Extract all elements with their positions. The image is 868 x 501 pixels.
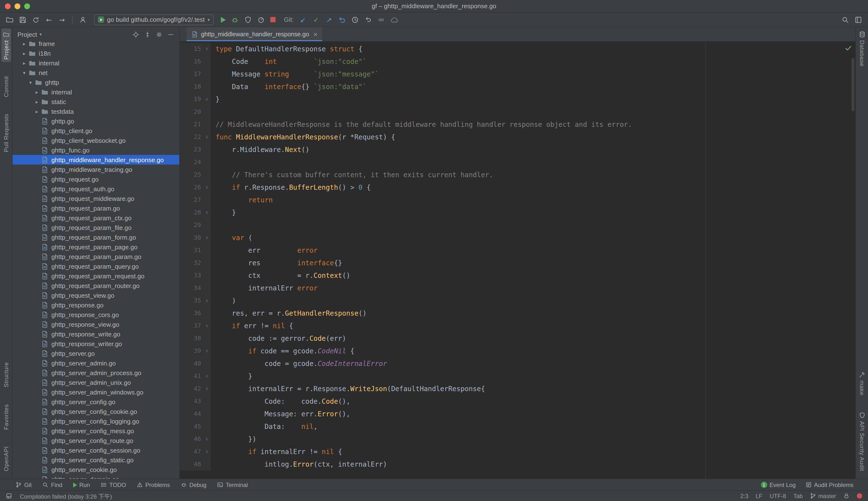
tree-item[interactable]: ▾ghttp [13, 77, 179, 87]
line-number[interactable]: 32 [180, 257, 203, 269]
tree-item[interactable]: ▸i18n [13, 49, 179, 58]
line-number[interactable]: 19 [180, 93, 203, 106]
tree-item[interactable]: ghttp_request_param_router.go [13, 281, 179, 290]
fold-toggle-icon[interactable]: ∨ [203, 131, 211, 143]
search-everywhere-icon[interactable] [841, 16, 849, 23]
tree-item[interactable]: ghttp_response.go [13, 300, 179, 310]
code-line[interactable]: 24 [180, 156, 855, 169]
tree-item[interactable]: ghttp_request_param_param.go [13, 252, 179, 262]
tree-item[interactable]: ghttp_request_param_query.go [13, 262, 179, 271]
code-line[interactable]: 26∨ if r.Response.BufferLength() > 0 { [180, 181, 855, 194]
line-number[interactable]: 33 [180, 269, 203, 282]
line-number[interactable]: 16 [180, 55, 203, 68]
indent-style[interactable]: Tab [793, 492, 803, 499]
hide-panel-icon[interactable] [167, 31, 174, 38]
code-line[interactable]: 19∧} [180, 93, 855, 106]
run-with-coverage-icon[interactable] [244, 16, 252, 23]
tree-item[interactable]: ▸internal [13, 87, 179, 97]
code-line[interactable]: 31 err error [180, 244, 855, 257]
tree-item[interactable]: ghttp_request.go [13, 174, 179, 184]
code-line[interactable]: 40 code = gcode.CodeInternalError [180, 357, 855, 370]
toolwindow-button-api-security-audit[interactable]: API Security Audit [857, 409, 867, 474]
code-line[interactable]: 32 res interface{} [180, 257, 855, 269]
toolwindow-button-find[interactable]: Find [42, 481, 62, 488]
tree-item[interactable]: ▸static [13, 97, 179, 106]
code-line[interactable]: 29 [180, 219, 855, 231]
code-line[interactable]: 37∨ if err != nil { [180, 319, 855, 332]
line-number[interactable]: 35 [180, 294, 203, 307]
forward-icon[interactable]: → [58, 16, 66, 23]
tree-item[interactable]: ghttp_request_view.go [13, 290, 179, 300]
fold-toggle-icon[interactable]: ∨ [203, 445, 211, 458]
run-configuration-select[interactable]: go build github.com/gogf/gf/v2/.test ▾ [94, 14, 213, 25]
code-line[interactable]: 38 code := gerror.Code(err) [180, 332, 855, 345]
code-line[interactable]: 42∨ internalErr = r.Response.WriteJson(D… [180, 382, 855, 395]
tree-item[interactable]: ghttp_server_config_logging.go [13, 416, 179, 426]
rollback-icon[interactable] [338, 16, 346, 23]
code-line[interactable]: 27 return [180, 194, 855, 206]
status-message[interactable]: Compilation failed (today 3:26 下午) [20, 492, 112, 500]
code-line[interactable]: 41∧ } [180, 370, 855, 382]
line-number[interactable]: 24 [180, 156, 203, 169]
tree-item[interactable]: ghttp_server_admin_process.go [13, 368, 179, 377]
line-number[interactable]: 39 [180, 345, 203, 357]
line-number[interactable]: 46 [180, 433, 203, 445]
fold-toggle-icon[interactable]: ∧ [203, 93, 211, 106]
profile-icon[interactable] [79, 16, 87, 23]
chevron-right-icon[interactable]: ▸ [33, 99, 40, 104]
code-line[interactable]: 30∨ var ( [180, 231, 855, 244]
tree-item[interactable]: ghttp_request_param_file.go [13, 223, 179, 232]
code-line[interactable]: 46∧ }) [180, 433, 855, 445]
fold-toggle-icon[interactable]: ∧ [203, 206, 211, 219]
line-number[interactable]: 31 [180, 244, 203, 257]
tree-item[interactable]: ghttp_server_cookie.go [13, 465, 179, 475]
push-icon[interactable]: ↗ [325, 16, 333, 23]
tree-item[interactable]: ghttp_server.go [13, 349, 179, 358]
tree-item[interactable]: ghttp_request_auth.go [13, 184, 179, 194]
minimize-window-button[interactable] [14, 3, 20, 9]
line-number[interactable]: 15 [180, 43, 203, 55]
toolwindow-button-commit[interactable]: Commit [1, 74, 11, 99]
line-number[interactable]: 44 [180, 407, 203, 420]
line-number[interactable]: 27 [180, 194, 203, 206]
toolwindow-button-make[interactable]: make [857, 369, 867, 398]
tree-item[interactable]: ghttp_response_writer.go [13, 339, 179, 349]
toolwindow-button-git[interactable]: Git [15, 481, 32, 488]
code-line[interactable]: 35∧ ) [180, 294, 855, 307]
toolwindow-button-audit-problems[interactable]: Audit Problems [805, 481, 854, 488]
line-number[interactable]: 25 [180, 169, 203, 181]
line-number[interactable]: 22 [180, 131, 203, 143]
tree-item[interactable]: ghttp_server_domain.go [13, 475, 179, 479]
fold-toggle-icon[interactable]: ∨ [203, 319, 211, 332]
tree-item[interactable]: ghttp_request_param_ctx.go [13, 213, 179, 223]
open-project-icon[interactable] [6, 16, 13, 23]
line-number[interactable]: 43 [180, 395, 203, 407]
line-number[interactable]: 20 [180, 106, 203, 118]
tree-item[interactable]: ghttp_request_param.go [13, 203, 179, 213]
line-number[interactable]: 23 [180, 143, 203, 156]
line-number[interactable]: 17 [180, 68, 203, 81]
run-icon[interactable] [221, 17, 226, 22]
chevron-right-icon[interactable]: ▸ [21, 41, 28, 46]
commit-icon[interactable]: ✓ [312, 16, 320, 23]
line-number[interactable]: 26 [180, 181, 203, 194]
code-line[interactable]: 22∨func MiddlewareHandlerResponse(r *Req… [180, 131, 855, 143]
toolwindow-button-database[interactable]: Database [857, 29, 867, 69]
stop-icon[interactable] [270, 17, 275, 22]
tree-item[interactable]: ghttp_server_config_mess.go [13, 426, 179, 436]
code-line[interactable]: 39∨ if code == gcode.CodeNil { [180, 345, 855, 357]
chevron-right-icon[interactable]: ▸ [33, 89, 40, 95]
tree-item[interactable]: ghttp_response_cors.go [13, 310, 179, 319]
tree-item[interactable]: ghttp_server_config_cookie.go [13, 407, 179, 416]
fold-toggle-icon[interactable]: ∧ [203, 433, 211, 445]
tree-item[interactable]: ghttp_request_param_request.go [13, 271, 179, 281]
line-number[interactable]: 28 [180, 206, 203, 219]
toolwindow-button-event-log[interactable]: 1 Event Log [761, 481, 796, 488]
back-icon[interactable]: ← [45, 16, 53, 23]
toolwindow-button-debug[interactable]: Debug [181, 481, 207, 488]
toolwindow-button-terminal[interactable]: Terminal [217, 481, 248, 488]
file-encoding[interactable]: UTF-8 [770, 492, 786, 499]
line-separator[interactable]: LF [756, 492, 762, 499]
chevron-right-icon[interactable]: ▸ [21, 51, 28, 56]
line-number[interactable]: 37 [180, 319, 203, 332]
